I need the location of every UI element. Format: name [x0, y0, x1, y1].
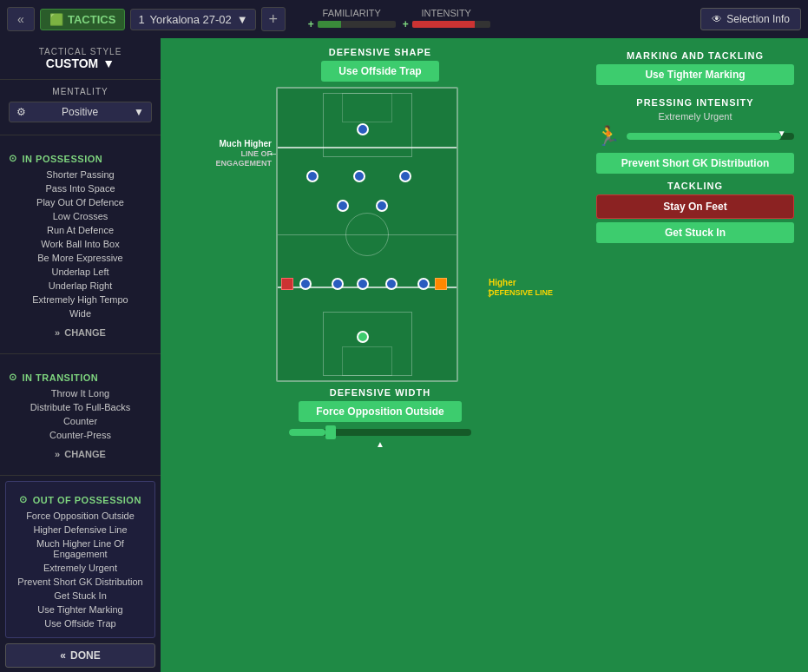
team-name: Yorkalona 27-02 [150, 13, 232, 26]
divider-2 [0, 353, 161, 354]
defensive-shape-title: DEFENSIVE SHAPE [329, 47, 431, 57]
mentality-value: Positive [62, 106, 98, 118]
divider-3 [0, 475, 161, 476]
list-item: Extremely Urgent [13, 561, 148, 575]
possession-icon: ⊙ [9, 153, 17, 164]
out-of-possession-header: ⊙ OUT OF POSSESSION [13, 494, 148, 505]
pressing-intensity-title: PRESSING INTENSITY [596, 97, 794, 108]
transition-items-list: Throw It Long Distribute To Full-Backs C… [9, 386, 152, 442]
pressing-thumb-indicator: ▼ [778, 128, 786, 138]
tactics-icon: 🟩 [49, 13, 63, 26]
tactical-style-value[interactable]: CUSTOM ▼ [9, 56, 152, 70]
width-slider-fill [289, 429, 325, 436]
center-circle [345, 213, 389, 256]
list-item: Shorter Passing [9, 168, 152, 181]
marker-red-left [281, 278, 293, 290]
list-item: Run At Defence [9, 223, 152, 237]
width-slider-track[interactable] [289, 429, 471, 436]
fam-plus-icon: + [308, 18, 314, 30]
transition-icon: ⊙ [9, 372, 17, 383]
defensive-width-title: DEFENSIVE WIDTH [330, 387, 430, 398]
running-figure-icon: 🏃 [596, 125, 620, 148]
marking-tackling-section: MARKING AND TACKLING Use Tighter Marking [596, 50, 794, 90]
list-item: Use Tighter Marking [13, 603, 148, 616]
mentality-chevron-icon: ▼ [134, 106, 144, 118]
eye-icon: 👁 [712, 13, 722, 25]
list-item: Prevent Short GK Distribution [13, 575, 148, 589]
pitch-area: DEFENSIVE SHAPE Use Offside Trap Much Hi… [161, 38, 808, 672]
mentality-button[interactable]: ⚙ Positive ▼ [9, 102, 152, 122]
possession-change-label: CHANGE [64, 327, 106, 338]
tighter-marking-button[interactable]: Use Tighter Marking [596, 64, 794, 85]
list-item: Work Ball Into Box [9, 237, 152, 251]
tactical-style-section: TACTICAL STYLE CUSTOM ▼ [0, 38, 161, 80]
transition-change-button[interactable]: » CHANGE [9, 445, 152, 463]
intensity-bar-track [412, 21, 490, 28]
tactics-label: TACTICS [68, 13, 115, 26]
selection-info-button[interactable]: 👁 Selection Info [700, 8, 801, 30]
intensity-group: INTENSITY + [403, 8, 490, 30]
familiarity-section: FAMILIARITY + INTENSITY + [308, 8, 696, 30]
pitch-field [276, 87, 458, 382]
offside-trap-button[interactable]: Use Offside Trap [321, 61, 438, 82]
main-layout: TACTICAL STYLE CUSTOM ▼ MENTALITY ⚙ Posi… [0, 38, 808, 672]
selection-label: Selection Info [726, 13, 790, 25]
double-chevron-left-icon: « [60, 649, 66, 662]
add-tab-button[interactable]: + [261, 7, 286, 31]
tackling-title: TACKLING [596, 181, 794, 191]
list-item: Play Out Of Defence [9, 195, 152, 209]
pitch-visual-container: Much Higher LINE OF ENGAGEMENT ↔ Higher … [276, 87, 484, 382]
transition-change-label: CHANGE [64, 449, 106, 459]
chevron-down-icon: ▼ [237, 13, 248, 26]
in-possession-label: IN POSSESSION [23, 154, 103, 164]
top-bar: « 🟩 TACTICS 1 Yorkalona 27-02 ▼ + FAMILI… [0, 0, 808, 38]
pressing-bar-track[interactable]: ▼ [627, 133, 794, 140]
line-of-engagement [278, 147, 457, 148]
list-item: Force Opposition Outside [13, 509, 148, 523]
intensity-bar-fill [412, 21, 475, 28]
list-item: Higher Defensive Line [13, 523, 148, 537]
list-item: Underlap Left [9, 265, 152, 279]
stay-on-feet-button[interactable]: Stay On Feet [596, 194, 794, 219]
prevent-gk-button[interactable]: Prevent Short GK Distribution [596, 153, 794, 174]
loe-label: Much Higher LINE OF ENGAGEMENT [207, 139, 272, 168]
list-item: Counter [9, 414, 152, 428]
back-button[interactable]: « [7, 7, 35, 31]
tactical-style-label: TACTICAL STYLE [9, 47, 152, 56]
tactics-tab[interactable]: 🟩 TACTICS [40, 9, 125, 30]
marker-orange-right [435, 278, 447, 290]
divider-1 [0, 135, 161, 135]
right-panel: MARKING AND TACKLING Use Tighter Marking… [591, 47, 799, 663]
player-dot [357, 123, 369, 135]
list-item: Get Stuck In [13, 589, 148, 603]
done-label: DONE [70, 649, 101, 662]
oop-icon: ⊙ [19, 494, 28, 505]
slider-arrow-indicator: ▲ [289, 439, 471, 449]
width-slider-thumb[interactable] [325, 425, 336, 439]
in-transition-label: IN TRANSITION [23, 372, 99, 383]
familiarity-group: FAMILIARITY + [308, 8, 396, 30]
def-line-right-arrow: ↕ [486, 285, 493, 300]
get-stuck-in-button[interactable]: Get Stuck In [596, 222, 794, 243]
marking-tackling-title: MARKING AND TACKLING [596, 50, 794, 61]
tactical-style-text: CUSTOM [46, 56, 98, 70]
list-item: Underlap Right [9, 279, 152, 293]
in-transition-section: ⊙ IN TRANSITION Throw It Long Distribute… [0, 359, 161, 470]
list-item: Wide [9, 306, 152, 320]
player-dot [337, 200, 349, 212]
player-dot [306, 170, 319, 182]
list-item: Throw It Long [9, 386, 152, 400]
def-line-label: Higher DEFENSIVE LINE [489, 278, 562, 297]
out-of-possession-label: OUT OF POSSESSION [33, 495, 141, 505]
team-selector[interactable]: 1 Yorkalona 27-02 ▼ [130, 9, 255, 30]
force-opposition-button[interactable]: Force Opposition Outside [299, 401, 461, 422]
pressing-bar-container: ▼ [627, 133, 794, 140]
tackling-section: TACKLING Stay On Feet Get Stuck In [596, 181, 794, 243]
in-transition-header: ⊙ IN TRANSITION [9, 372, 152, 383]
familiarity-bar-fill [318, 21, 341, 28]
done-button[interactable]: « DONE [5, 643, 155, 668]
pressing-bar-fill [627, 133, 781, 140]
pitch-center: DEFENSIVE SHAPE Use Offside Trap Much Hi… [169, 47, 591, 663]
list-item: Use Offside Trap [13, 616, 148, 630]
possession-change-button[interactable]: » CHANGE [9, 324, 152, 341]
